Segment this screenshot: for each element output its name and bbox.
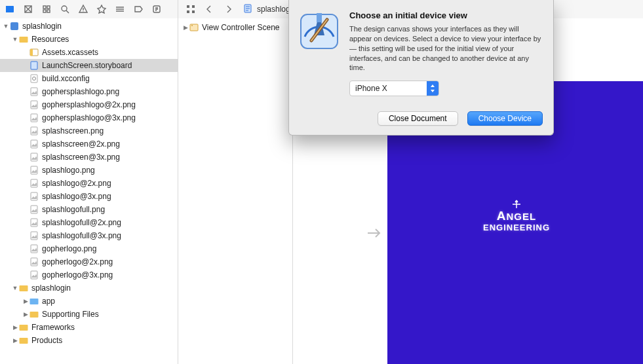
group-label: Products: [31, 334, 62, 347]
file-label: splashlogo.png: [42, 164, 95, 177]
file-row[interactable]: splashlogofull.png: [0, 203, 178, 216]
svg-rect-44: [317, 13, 322, 22]
file-row[interactable]: gophersplashlogo@3x.png: [0, 111, 178, 124]
svg-rect-19: [31, 75, 37, 82]
group-frameworks[interactable]: ▶ Frameworks: [0, 321, 178, 334]
device-select-value: iPhone X: [350, 84, 427, 93]
svg-rect-12: [192, 10, 195, 13]
splash-logo: ANGEL ENGINEERING: [483, 200, 550, 232]
select-stepper-icon[interactable]: [427, 81, 438, 96]
file-row[interactable]: splashlogo@2x.png: [0, 177, 178, 190]
disclosure-triangle-icon[interactable]: ▶: [22, 308, 29, 321]
file-row[interactable]: gopherlogo@3x.png: [0, 268, 178, 282]
image-file-icon: [29, 270, 39, 280]
svg-rect-6: [47, 10, 50, 12]
file-row[interactable]: splashlogo@3x.png: [0, 190, 178, 203]
disclosure-triangle-icon[interactable]: ▶: [12, 321, 18, 334]
compass-icon: [512, 200, 521, 209]
group-products[interactable]: ▶ Products: [0, 334, 178, 347]
debug-navigator-tab[interactable]: [111, 1, 128, 17]
nav-back-icon[interactable]: [201, 1, 218, 17]
file-row[interactable]: splashscreen.png: [0, 124, 178, 137]
disclosure-triangle-icon[interactable]: ▶: [22, 295, 29, 308]
group-label: app: [42, 295, 55, 308]
file-label: build.xcconfig: [42, 72, 90, 85]
file-row[interactable]: gopherlogo@2x.png: [0, 255, 178, 268]
file-row[interactable]: splashlogofull@3x.png: [0, 229, 178, 242]
group-supporting-files[interactable]: ▶ Supporting Files: [0, 308, 178, 321]
image-file-icon: [29, 178, 39, 189]
choose-device-button[interactable]: Choose Device: [467, 111, 543, 126]
assets-catalog-icon: [29, 47, 39, 58]
image-file-icon: [29, 100, 39, 110]
svg-rect-14: [10, 22, 18, 30]
source-control-navigator-tab[interactable]: [20, 1, 37, 17]
group-label: Frameworks: [31, 321, 75, 334]
device-select[interactable]: iPhone X: [349, 81, 439, 96]
file-row[interactable]: gophersplashlogo.png: [0, 85, 178, 98]
image-file-icon: [29, 126, 39, 136]
file-row[interactable]: LaunchScreen.storyboard: [0, 59, 178, 72]
file-row[interactable]: splashscreen@3x.png: [0, 151, 178, 164]
disclosure-triangle-icon[interactable]: ▼: [12, 33, 18, 46]
svg-rect-15: [20, 37, 28, 43]
image-file-icon: [29, 191, 39, 202]
svg-rect-17: [30, 49, 33, 56]
image-file-icon: [29, 244, 39, 254]
modal-body-text: The design canvas shows your interfaces …: [349, 24, 543, 73]
svg-rect-37: [30, 299, 39, 304]
svg-rect-3: [43, 6, 46, 9]
file-row[interactable]: splashlogo.png: [0, 164, 178, 177]
svg-point-42: [191, 25, 193, 26]
group-label: splashlogin: [31, 282, 71, 295]
image-file-icon: [29, 230, 39, 241]
svg-rect-11: [187, 10, 189, 13]
file-row[interactable]: gophersplashlogo@2x.png: [0, 98, 178, 111]
svg-rect-39: [20, 325, 28, 331]
scene-row[interactable]: ▶ View Controller Scene: [182, 21, 288, 34]
find-navigator-tab[interactable]: [56, 1, 73, 17]
close-document-button[interactable]: Close Document: [378, 111, 458, 126]
group-label: Resources: [31, 33, 69, 46]
group-splashlogin[interactable]: ▼ splashlogin: [0, 282, 178, 295]
report-navigator-tab[interactable]: [148, 1, 165, 17]
disclosure-triangle-icon[interactable]: ▶: [182, 21, 189, 34]
file-label: splashscreen@3x.png: [42, 151, 120, 164]
group-app[interactable]: ▶ app: [0, 295, 178, 308]
image-file-icon: [29, 113, 39, 123]
disclosure-triangle-icon[interactable]: ▼: [12, 282, 18, 295]
file-row[interactable]: gopherlogo.png: [0, 242, 178, 255]
project-root-label: splashlogin: [22, 20, 62, 33]
related-items-icon[interactable]: [182, 1, 199, 17]
folder-icon: [18, 283, 29, 293]
folder-icon: [29, 309, 39, 319]
issue-navigator-tab[interactable]: [75, 1, 92, 17]
file-label: splashlogofull@3x.png: [42, 229, 121, 242]
disclosure-triangle-icon[interactable]: ▶: [12, 334, 18, 347]
nav-forward-icon[interactable]: [220, 1, 237, 17]
logo-line2: ENGINEERING: [483, 223, 550, 232]
initial-controller-arrow-icon: [365, 224, 383, 244]
file-row[interactable]: splashscreen@2x.png: [0, 137, 178, 151]
folder-icon: [18, 335, 29, 346]
image-file-icon: [29, 204, 39, 215]
svg-rect-36: [20, 285, 28, 291]
file-label: splashlogofull@2x.png: [42, 216, 121, 229]
disclosure-triangle-icon[interactable]: ▼: [3, 20, 9, 33]
file-row[interactable]: build.xcconfig: [0, 72, 178, 85]
test-navigator-tab[interactable]: [93, 1, 110, 17]
file-row[interactable]: splashlogofull@2x.png: [0, 216, 178, 229]
group-resources[interactable]: ▼ Resources: [0, 33, 178, 46]
symbol-navigator-tab[interactable]: [38, 1, 55, 17]
file-label: LaunchScreen.storyboard: [42, 59, 132, 72]
file-label: Assets.xcassets: [42, 46, 98, 59]
breakpoint-navigator-tab[interactable]: [130, 1, 147, 17]
project-navigator-tab[interactable]: [1, 1, 18, 17]
project-root[interactable]: ▼ splashlogin: [0, 20, 178, 33]
logo-line1-rest: NGEL: [507, 211, 537, 222]
file-row[interactable]: Assets.xcassets: [0, 46, 178, 59]
svg-rect-9: [187, 5, 189, 8]
xcode-project-icon: [9, 21, 20, 31]
svg-rect-10: [192, 5, 195, 8]
group-label: Supporting Files: [42, 308, 99, 321]
